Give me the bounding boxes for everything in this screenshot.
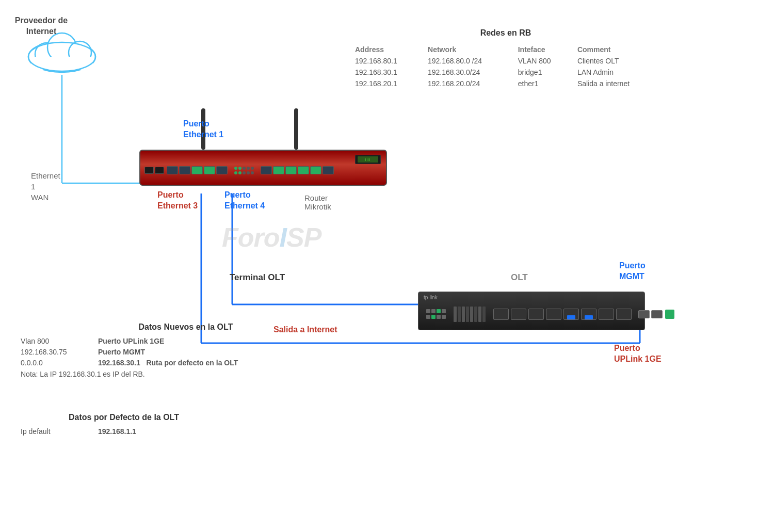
datos-nuevos-nota: Nota: La IP 192.168.30.1 es IP del RB. — [21, 369, 351, 379]
col-address: Address — [351, 44, 424, 55]
watermark: ForoISP — [222, 222, 321, 253]
table-cell: 192.168.80.1 — [351, 55, 424, 67]
table-row: 192.168.30.1192.168.30.0/24bridge1LAN Ad… — [351, 67, 660, 78]
datos-nuevos-value-1: Puerto UPLink 1GE — [98, 337, 164, 345]
datos-nuevos-label-1: Vlan 800 — [21, 337, 83, 345]
puerto-mgmt-label: PuertoMGMT — [619, 261, 646, 282]
table-cell: ether1 — [514, 78, 573, 89]
olt-label: OLT — [511, 272, 528, 283]
puerto-uplink-label: PuertoUPLink 1GE — [614, 343, 662, 365]
olt-sfp-3 — [528, 309, 544, 320]
table-cell: LAN Admin — [573, 67, 660, 78]
olt-rj45-2 — [651, 310, 663, 318]
olt-sfp-1 — [493, 309, 509, 320]
redes-rb-table-container: Redes en RB Address Network Inteface Com… — [351, 28, 660, 89]
table-title: Redes en RB — [351, 28, 660, 38]
datos-nuevos-value-2: Puerto MGMT — [98, 348, 145, 356]
col-interface: Inteface — [514, 44, 573, 55]
olt-device: tp-link — [418, 292, 645, 333]
datos-nuevos-label-2: 192.168.30.75 — [21, 348, 83, 356]
olt-sfp-5 — [563, 309, 579, 320]
datos-defecto-title: Datos por Defecto de la OLT — [21, 413, 227, 422]
datos-defecto-rows: Ip default 192.168.1.1 — [21, 427, 227, 436]
table-cell: 192.168.20.0/24 — [424, 78, 514, 89]
datos-nuevos-title: Datos Nuevos en la OLT — [21, 323, 351, 332]
olt-sfp-2 — [511, 309, 526, 320]
table-cell: 192.168.30.0/24 — [424, 67, 514, 78]
olt-rj45-1 — [638, 310, 650, 318]
table-cell: 192.168.20.1 — [351, 78, 424, 89]
table-cell: Clientes OLT — [573, 55, 660, 67]
table-row: 192.168.80.1192.168.80.0 /24VLAN 800Clie… — [351, 55, 660, 67]
table-cell: VLAN 800 — [514, 55, 573, 67]
table-cell: Salida a internet — [573, 78, 660, 89]
datos-defecto-value-1: 192.168.1.1 — [98, 427, 136, 436]
olt-sfp-6 — [581, 309, 596, 320]
table-cell: 192.168.80.0 /24 — [424, 55, 514, 67]
router-mikrotik: |||| — [139, 150, 387, 191]
puerto-ethernet-3-label: PuertoEthernet 3 — [157, 190, 198, 212]
network-table: Address Network Inteface Comment 192.168… — [351, 44, 660, 89]
datos-nuevos-value-3: 192.168.30.1 Ruta por defecto en la OLT — [98, 359, 238, 367]
datos-defecto-label-1: Ip default — [21, 427, 83, 436]
terminal-olt-label: Terminal OLT — [230, 272, 285, 283]
datos-nuevos-row-1: Vlan 800 Puerto UPLink 1GE — [21, 337, 351, 345]
datos-defecto-row-1: Ip default 192.168.1.1 — [21, 427, 227, 436]
datos-defecto-section: Datos por Defecto de la OLT Ip default 1… — [21, 413, 227, 438]
datos-nuevos-row-3: 0.0.0.0 192.168.30.1 Ruta por defecto en… — [21, 359, 351, 367]
puerto-ethernet-4-label: PuertoEthernet 4 — [224, 190, 265, 212]
col-comment: Comment — [573, 44, 660, 55]
olt-green-port — [665, 310, 674, 319]
olt-body: tp-link — [418, 292, 645, 330]
datos-nuevos-label-3: 0.0.0.0 — [21, 359, 83, 367]
isp-label: Proveedor de Internet — [0, 15, 83, 37]
table-cell: 192.168.30.1 — [351, 67, 424, 78]
olt-sfp-7 — [599, 309, 614, 320]
olt-sfp-8 — [616, 309, 632, 320]
olt-sfp-4 — [546, 309, 561, 320]
table-cell: bridge1 — [514, 67, 573, 78]
col-network: Network — [424, 44, 514, 55]
router-body: |||| — [139, 150, 387, 186]
datos-nuevos-section: Datos Nuevos en la OLT Vlan 800 Puerto U… — [21, 323, 351, 379]
puerto-ethernet-1-label: PuertoEthernet 1 — [183, 119, 223, 140]
olt-brand-label: tp-link — [424, 295, 438, 300]
nota-text: Nota: La IP 192.168.30.1 es IP del RB. — [21, 370, 145, 378]
datos-nuevos-row-2: 192.168.30.75 Puerto MGMT — [21, 348, 351, 356]
table-row: 192.168.20.1192.168.20.0/24ether1Salida … — [351, 78, 660, 89]
router-antenna-right — [294, 108, 298, 150]
